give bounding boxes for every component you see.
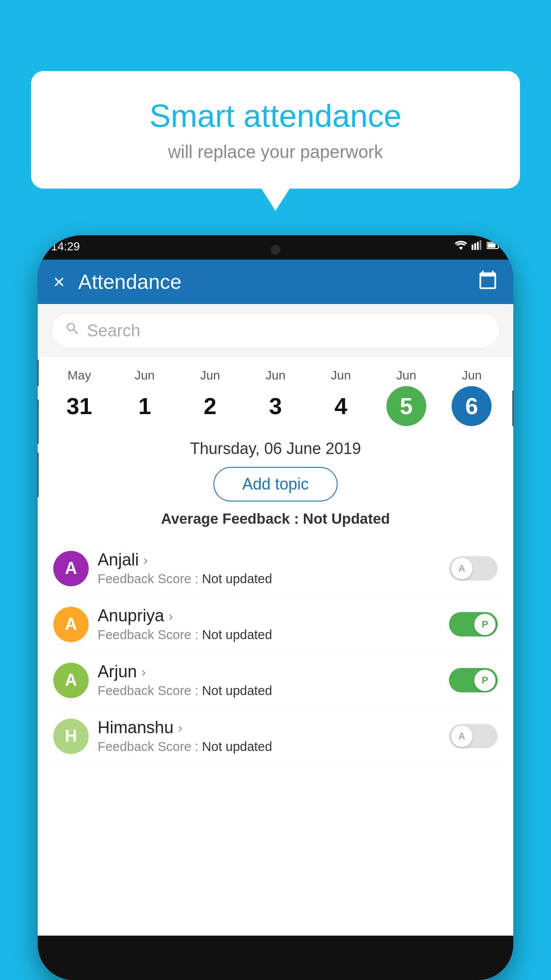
cal-month: Jun bbox=[200, 368, 220, 383]
chevron-icon: › bbox=[178, 720, 182, 735]
cal-date: 2 bbox=[190, 386, 230, 426]
student-feedback: Feedback Score : Not updated bbox=[98, 628, 440, 642]
svg-rect-5 bbox=[488, 243, 496, 248]
cal-month: Jun bbox=[462, 368, 482, 383]
left-button-1 bbox=[38, 360, 39, 386]
student-avatar: A bbox=[53, 663, 89, 698]
cal-date: 31 bbox=[59, 386, 99, 426]
cal-date: 3 bbox=[256, 386, 295, 426]
cal-date: 1 bbox=[125, 386, 165, 426]
selected-date: Thursday, 06 June 2019 bbox=[51, 439, 500, 458]
student-item[interactable]: HHimanshu ›Feedback Score : Not updatedA bbox=[49, 708, 502, 764]
toggle-knob: P bbox=[474, 670, 496, 691]
date-info-section: Thursday, 06 June 2019 Add topic Average… bbox=[38, 431, 513, 541]
cal-date: 5 bbox=[386, 386, 426, 426]
calendar-day[interactable]: Jun1 bbox=[125, 368, 165, 426]
cal-month: Jun bbox=[396, 368, 416, 383]
avg-feedback-value: Not Updated bbox=[303, 510, 390, 527]
cal-month: May bbox=[67, 368, 91, 383]
speech-bubble-container: Smart attendance will replace your paper… bbox=[31, 71, 520, 189]
screen-content: Search May31Jun1Jun2Jun3Jun4Jun5Jun6 Thu… bbox=[38, 304, 513, 936]
search-bar-container: Search bbox=[38, 304, 513, 357]
svg-rect-3 bbox=[480, 240, 481, 250]
cal-date: 6 bbox=[452, 386, 492, 426]
camera bbox=[271, 245, 280, 255]
attendance-toggle[interactable]: P bbox=[449, 668, 498, 692]
student-info: Himanshu ›Feedback Score : Not updated bbox=[98, 718, 440, 754]
attendance-toggle[interactable]: A bbox=[449, 724, 498, 748]
student-info: Anupriya ›Feedback Score : Not updated bbox=[98, 606, 440, 642]
cal-month: Jun bbox=[331, 368, 351, 383]
cal-month: Jun bbox=[265, 368, 285, 383]
toggle-knob: A bbox=[451, 726, 472, 747]
student-feedback: Feedback Score : Not updated bbox=[98, 572, 440, 586]
student-name: Himanshu › bbox=[98, 718, 440, 737]
student-info: Anjali ›Feedback Score : Not updated bbox=[98, 550, 440, 586]
student-name: Anjali › bbox=[98, 550, 440, 569]
speech-bubble: Smart attendance will replace your paper… bbox=[31, 71, 520, 189]
signal-icon bbox=[472, 240, 482, 253]
search-placeholder: Search bbox=[87, 321, 140, 340]
student-name: Arjun › bbox=[98, 662, 440, 681]
student-avatar: A bbox=[53, 607, 89, 642]
attendance-toggle[interactable]: A bbox=[449, 556, 498, 581]
svg-rect-2 bbox=[477, 242, 479, 250]
calendar-day[interactable]: Jun4 bbox=[321, 368, 361, 426]
student-info: Arjun ›Feedback Score : Not updated bbox=[98, 662, 440, 698]
cal-date: 4 bbox=[321, 386, 361, 426]
wifi-icon bbox=[455, 240, 467, 253]
student-feedback: Feedback Score : Not updated bbox=[98, 739, 440, 754]
volume-down-button bbox=[38, 453, 39, 497]
power-button bbox=[512, 391, 513, 426]
toggle-knob: A bbox=[451, 558, 472, 579]
bubble-subtitle: will replace your paperwork bbox=[62, 142, 489, 162]
calendar-day[interactable]: Jun5 bbox=[386, 368, 426, 426]
close-button[interactable]: × bbox=[53, 270, 65, 293]
app-bar: × Attendance bbox=[38, 260, 513, 304]
cal-month: Jun bbox=[135, 368, 155, 383]
toggle-knob: P bbox=[474, 614, 496, 635]
avg-feedback: Average Feedback : Not Updated bbox=[51, 510, 500, 527]
calendar-strip: May31Jun1Jun2Jun3Jun4Jun5Jun6 bbox=[38, 357, 513, 431]
svg-rect-0 bbox=[472, 245, 473, 250]
calendar-day[interactable]: May31 bbox=[59, 368, 99, 426]
calendar-day[interactable]: Jun2 bbox=[190, 368, 230, 426]
bubble-title: Smart attendance bbox=[62, 98, 489, 134]
calendar-icon[interactable] bbox=[478, 270, 498, 294]
search-icon bbox=[65, 321, 80, 340]
chevron-icon: › bbox=[169, 609, 173, 624]
svg-rect-1 bbox=[474, 243, 476, 250]
student-avatar: A bbox=[53, 551, 89, 586]
app-bar-title: Attendance bbox=[78, 270, 478, 294]
search-bar[interactable]: Search bbox=[51, 313, 500, 348]
student-item[interactable]: AAnjali ›Feedback Score : Not updatedA bbox=[49, 541, 502, 597]
chevron-icon: › bbox=[142, 664, 146, 680]
svg-rect-6 bbox=[499, 244, 500, 247]
student-avatar: H bbox=[53, 719, 89, 754]
student-item[interactable]: AAnupriya ›Feedback Score : Not updatedP bbox=[49, 597, 502, 652]
calendar-day[interactable]: Jun6 bbox=[452, 368, 492, 426]
add-topic-button[interactable]: Add topic bbox=[213, 467, 338, 502]
status-time: 14:29 bbox=[51, 240, 80, 253]
notch bbox=[240, 235, 311, 260]
chevron-icon: › bbox=[143, 553, 148, 568]
calendar-day[interactable]: Jun3 bbox=[256, 368, 295, 426]
student-item[interactable]: AArjun ›Feedback Score : Not updatedP bbox=[49, 652, 502, 708]
student-feedback: Feedback Score : Not updated bbox=[98, 684, 440, 698]
battery-icon bbox=[487, 241, 500, 252]
volume-up-button bbox=[38, 399, 39, 444]
student-list: AAnjali ›Feedback Score : Not updatedAAA… bbox=[38, 541, 513, 764]
avg-feedback-label: Average Feedback : bbox=[161, 510, 303, 527]
status-icons bbox=[455, 240, 500, 253]
phone-frame: 14:29 bbox=[38, 235, 513, 980]
student-name: Anupriya › bbox=[98, 606, 440, 625]
attendance-toggle[interactable]: P bbox=[449, 612, 498, 636]
